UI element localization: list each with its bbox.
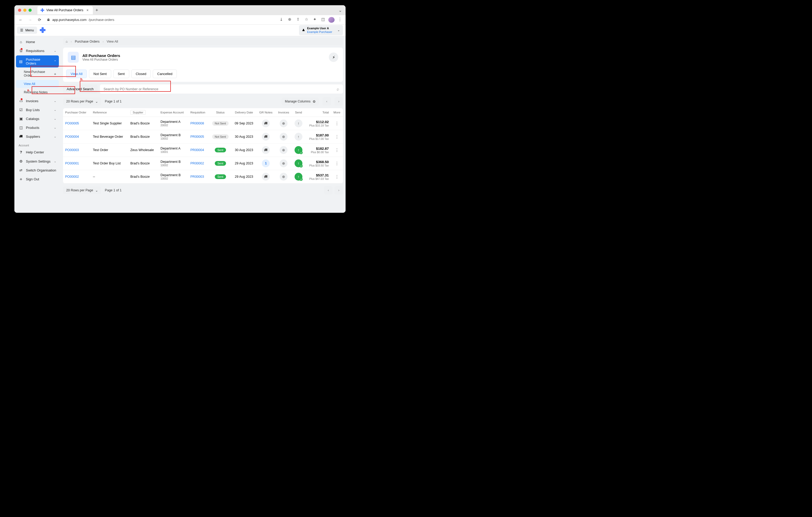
tab-closed[interactable]: Closed bbox=[131, 69, 151, 78]
next-page-button[interactable]: › bbox=[335, 97, 343, 105]
browser-menu-icon[interactable]: ⋮ bbox=[337, 17, 343, 23]
zoom-icon[interactable]: ⊕ bbox=[286, 17, 293, 23]
rows-per-page-select[interactable]: 20 Rows per Page⌄ bbox=[63, 98, 101, 105]
tab-view-all[interactable]: View All bbox=[66, 69, 87, 78]
sidebar-item-help[interactable]: ❓︎Help Center bbox=[16, 148, 59, 157]
col-send[interactable]: Send bbox=[292, 108, 305, 117]
sidebar-item-invoices[interactable]: ▭Invoices⌄ bbox=[16, 97, 59, 105]
row-more-button[interactable]: ⋮ bbox=[335, 161, 339, 166]
col-inv[interactable]: Invoices bbox=[276, 108, 292, 117]
send-button[interactable]: ↑0 bbox=[295, 146, 302, 154]
minimize-window[interactable] bbox=[23, 9, 26, 12]
tab-sent[interactable]: Sent bbox=[113, 69, 129, 78]
app-logo[interactable] bbox=[40, 27, 46, 33]
rows-per-page-select-bottom[interactable]: 20 Rows per Page⌄ bbox=[63, 187, 101, 194]
breadcrumb-l2: View All bbox=[107, 40, 118, 43]
prev-page-button-bottom[interactable]: ‹ bbox=[324, 186, 332, 194]
requisition-link[interactable]: PR00004 bbox=[191, 148, 204, 152]
tab-cancelled[interactable]: Cancelled bbox=[153, 69, 177, 78]
sidebar-item-signout[interactable]: ⎆Sign Out bbox=[16, 175, 59, 183]
new-tab-button[interactable]: + bbox=[95, 7, 98, 13]
gr-truck-icon[interactable]: 🚚︎ bbox=[262, 133, 270, 141]
col-ref[interactable]: Reference bbox=[91, 108, 128, 117]
sidebar-sub-receiving[interactable]: Receiving Notes bbox=[16, 88, 59, 96]
breadcrumb-l1[interactable]: Purchase Orders bbox=[75, 40, 99, 43]
sidebar-item-products[interactable]: ◫Products⌄ bbox=[16, 123, 59, 132]
col-gr[interactable]: GR Notes bbox=[256, 108, 276, 117]
requisition-link[interactable]: PR00008 bbox=[191, 122, 204, 125]
row-more-button[interactable]: ⋮ bbox=[335, 121, 339, 126]
home-icon[interactable]: ⌂ bbox=[66, 40, 68, 43]
sidebar-item-settings[interactable]: ⚙System Settings⌄ bbox=[16, 157, 59, 165]
send-button[interactable]: ↑0 bbox=[295, 159, 302, 167]
col-more[interactable]: More bbox=[331, 108, 343, 117]
send-button[interactable]: ↑ bbox=[295, 133, 302, 141]
sidebar-item-buy-lists[interactable]: ☑Buy Lists⌄ bbox=[16, 105, 59, 114]
plus-icon[interactable]: + bbox=[54, 71, 56, 76]
requisition-link[interactable]: PR00002 bbox=[191, 161, 204, 165]
sidebar-item-suppliers[interactable]: 🚚︎Suppliers⌄ bbox=[16, 132, 59, 141]
col-req[interactable]: Requisition bbox=[188, 108, 209, 117]
gr-count[interactable]: 1 bbox=[262, 159, 270, 167]
gr-truck-icon[interactable]: 🚚︎ bbox=[262, 173, 270, 181]
url-bar[interactable]: 🔒︎ app.purchaseplus.com/purchase-orders bbox=[45, 18, 276, 22]
gr-truck-icon[interactable]: 🚚︎ bbox=[262, 146, 270, 154]
col-status[interactable]: Status bbox=[209, 108, 232, 117]
notification-dot bbox=[21, 98, 23, 100]
install-icon[interactable]: ⤓ bbox=[278, 17, 284, 23]
menu-button[interactable]: ☰ Menu bbox=[17, 27, 37, 34]
sidebar-sub-view-all[interactable]: View All bbox=[16, 80, 59, 88]
search-icon[interactable]: ⌕ bbox=[337, 87, 339, 91]
close-tab-icon[interactable]: × bbox=[86, 8, 90, 12]
invoice-button[interactable]: ⊕ bbox=[280, 173, 288, 181]
col-deliv[interactable]: Delivery Date bbox=[232, 108, 256, 117]
tabs-dropdown-icon[interactable]: ⌄ bbox=[339, 8, 342, 13]
search-input[interactable] bbox=[104, 87, 337, 91]
gr-truck-icon[interactable]: 🚚︎ bbox=[262, 119, 270, 127]
requisition-link[interactable]: PR00003 bbox=[191, 175, 204, 179]
po-link[interactable]: PO00003 bbox=[65, 148, 79, 152]
maximize-window[interactable] bbox=[29, 9, 32, 12]
col-po[interactable]: Purchase Order bbox=[63, 108, 91, 117]
invoice-button[interactable]: ⊕ bbox=[280, 133, 288, 141]
quick-actions-button[interactable]: ⚡︎ bbox=[329, 53, 338, 62]
sidebar-item-home[interactable]: ⌂Home bbox=[16, 38, 59, 46]
reload-button[interactable]: ⟳ bbox=[36, 16, 43, 24]
sidebar-item-switch-org[interactable]: ⇄Switch Organisation bbox=[16, 166, 59, 174]
advanced-search-button[interactable]: Advanced Search bbox=[63, 84, 97, 94]
user-switcher[interactable]: 👤︎ Example User A Example Purchaser ⌄ bbox=[299, 25, 343, 35]
tab-not-sent[interactable]: Not Sent bbox=[89, 69, 111, 78]
invoice-button[interactable]: ⊕ bbox=[280, 159, 288, 167]
share-icon[interactable]: ⇧ bbox=[295, 17, 301, 23]
po-link[interactable]: PO00001 bbox=[65, 161, 79, 165]
row-more-button[interactable]: ⋮ bbox=[335, 148, 339, 152]
next-page-button-bottom[interactable]: › bbox=[335, 186, 343, 194]
po-link[interactable]: PO00005 bbox=[65, 122, 79, 125]
sidebar-item-purchase-orders[interactable]: ▤Purchase Orders⌃ bbox=[16, 55, 59, 67]
po-link[interactable]: PO00002 bbox=[65, 175, 79, 179]
sidebar-sub-new-po[interactable]: New Purchase Order+ bbox=[16, 68, 59, 80]
close-window[interactable] bbox=[18, 9, 21, 12]
extensions-icon[interactable]: ✦ bbox=[312, 17, 318, 23]
back-button[interactable]: ← bbox=[17, 16, 24, 24]
prev-page-button[interactable]: ‹ bbox=[323, 97, 331, 105]
requisition-link[interactable]: PR00005 bbox=[191, 135, 204, 139]
send-button[interactable]: ↑ bbox=[295, 119, 302, 127]
col-exp[interactable]: Expense Account bbox=[158, 108, 188, 117]
profile-avatar[interactable] bbox=[328, 17, 335, 23]
send-button[interactable]: ↑0 bbox=[295, 173, 302, 181]
col-sup[interactable]: Supplier bbox=[128, 108, 158, 117]
sidebar-item-catalogs[interactable]: ▣Catalogs⌄ bbox=[16, 115, 59, 123]
manage-columns-button[interactable]: Manage Columns⚙ bbox=[282, 98, 319, 105]
po-link[interactable]: PO00004 bbox=[65, 135, 79, 139]
col-total[interactable]: Total bbox=[305, 108, 331, 117]
bookmark-icon[interactable]: ☆ bbox=[303, 17, 310, 23]
invoice-button[interactable]: ⊕ bbox=[280, 119, 288, 127]
sidebar-item-requisitions[interactable]: 🛒︎Requisitions⌄ bbox=[16, 47, 59, 55]
panel-icon[interactable]: ◫ bbox=[320, 17, 326, 23]
forward-button[interactable]: → bbox=[26, 16, 34, 24]
invoice-button[interactable]: ⊕ bbox=[280, 146, 288, 154]
row-more-button[interactable]: ⋮ bbox=[335, 175, 339, 179]
row-more-button[interactable]: ⋮ bbox=[335, 134, 339, 139]
browser-tab[interactable]: View All Purchase Orders × bbox=[37, 6, 93, 14]
